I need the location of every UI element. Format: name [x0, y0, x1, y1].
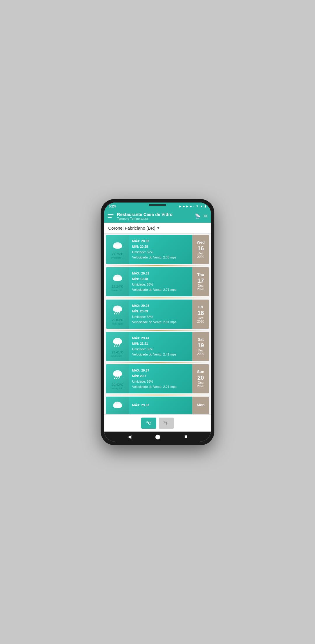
svg-line-14 — [119, 312, 120, 314]
recent-button[interactable]: ■ — [184, 434, 187, 439]
play-icon-3: ▶ — [186, 205, 188, 208]
card-middle: MÁX: 29.31 MÍN: 19.48 Umidade: 58% Veloc… — [129, 267, 192, 296]
weather-card[interactable]: 29.41°C moderate... MÁX: 29.41 MÍN: 21.2… — [106, 332, 209, 361]
dot-icon: • — [193, 205, 194, 208]
speaker-notch — [149, 204, 166, 206]
card-detail: MÁX: 28.93 MÍN: 20.28 Umidade: 62% Veloc… — [132, 238, 189, 260]
fahrenheit-button[interactable]: °F — [159, 418, 174, 429]
weather-card[interactable]: 29.03°C light rain MÁX: 29.03 MÍN: 20.09… — [106, 300, 209, 329]
weather-icon — [111, 272, 124, 284]
svg-point-32 — [113, 404, 121, 408]
card-year: 2020 — [197, 384, 204, 388]
weather-card[interactable]: 29.42°C heavy int... MÁX: 29.87 MÍN: 20.… — [106, 364, 209, 393]
svg-line-26 — [115, 376, 116, 379]
cloud-icon — [111, 399, 124, 411]
app-subtitle: Tempo e Temperatura — [117, 217, 195, 220]
weather-card[interactable]: MÁX: 29.87 Mon — [106, 397, 209, 414]
menu-line-1 — [108, 214, 113, 215]
card-temp: 28.24°C — [112, 285, 123, 288]
card-left — [106, 397, 129, 414]
svg-line-27 — [117, 376, 118, 379]
menu-line-3 — [108, 217, 112, 218]
location-text: Coronel Fabriciano (BR) — [108, 226, 155, 230]
card-day: Thu — [197, 272, 204, 277]
back-button[interactable]: ◀ — [128, 434, 131, 439]
play-icon-4: ▶ — [190, 205, 192, 208]
card-detail: MÁX: 29.87 — [132, 402, 189, 408]
svg-line-21 — [119, 344, 120, 346]
card-month: Dec — [198, 349, 204, 352]
radio-icon[interactable]: 📡 — [195, 213, 201, 219]
card-year: 2020 — [197, 352, 204, 356]
phone-screen: 6:24 ▶ ▶ ▶ ▶ • ▼ ▲ ▮ Restaurante Casa de… — [104, 203, 211, 442]
card-desc: moderate... — [111, 354, 125, 358]
card-year: 2020 — [197, 255, 204, 258]
card-desc: heavy int... — [111, 387, 124, 390]
card-date: 17 — [197, 277, 204, 284]
card-temp: 27.75°C — [112, 252, 123, 256]
home-button[interactable]: ⬤ — [155, 434, 160, 439]
card-month: Dec — [198, 251, 204, 255]
weather-icon — [111, 240, 124, 251]
phone-frame: 6:24 ▶ ▶ ▶ ▶ • ▼ ▲ ▮ Restaurante Casa de… — [101, 199, 214, 445]
svg-point-3 — [113, 245, 121, 249]
card-middle: MÁX: 29.87 — [129, 397, 192, 414]
card-detail: MÁX: 29.31 MÍN: 19.48 Umidade: 58% Veloc… — [132, 271, 189, 293]
status-bar: 6:24 ▶ ▶ ▶ ▶ • ▼ ▲ ▮ — [104, 203, 211, 210]
card-day: Sun — [197, 369, 204, 374]
weather-icon — [111, 303, 124, 317]
card-day: Fri — [198, 305, 203, 310]
svg-line-19 — [115, 344, 116, 346]
svg-line-20 — [117, 344, 118, 346]
card-separator — [106, 265, 209, 266]
battery-icon: ▮ — [204, 205, 206, 208]
card-right: Mon — [192, 397, 209, 414]
card-date: 19 — [197, 342, 204, 349]
card-middle: MÁX: 29.87 MÍN: 20.7 Umidade: 58% Veloci… — [129, 364, 192, 393]
weather-card[interactable]: 28.24°C broken cl... MÁX: 29.31 MÍN: 19.… — [106, 267, 209, 296]
svg-line-12 — [115, 312, 116, 314]
card-temp: 29.41°C — [112, 351, 123, 354]
location-bar[interactable]: Coronel Fabriciano (BR) ▾ — [104, 223, 211, 234]
card-middle: MÁX: 29.41 MÍN: 21.21 Umidade: 59% Veloc… — [129, 332, 192, 361]
card-left: 27.75°C overcast ... — [106, 235, 129, 264]
card-separator — [106, 362, 209, 363]
play-icon-2: ▶ — [183, 205, 185, 208]
card-right: Thu 17 Dec 2020 — [192, 267, 209, 296]
card-right: Fri 18 Dec 2020 — [192, 300, 209, 329]
status-icons: ▶ ▶ ▶ ▶ • ▼ ▲ ▮ — [179, 205, 206, 208]
status-time: 6:24 — [109, 204, 116, 208]
card-detail: MÁX: 29.41 MÍN: 21.21 Umidade: 59% Veloc… — [132, 335, 189, 357]
menu-line-2 — [108, 216, 113, 216]
celsius-button[interactable]: °C — [141, 418, 156, 429]
card-separator — [106, 298, 209, 298]
dropdown-arrow-icon: ▾ — [157, 226, 159, 230]
svg-line-13 — [117, 312, 118, 314]
app-title: Restaurante Casa de Vidro — [117, 212, 195, 217]
card-year: 2020 — [197, 287, 204, 291]
card-temp: 29.42°C — [112, 383, 123, 386]
wifi-icon: ▼ — [196, 205, 199, 208]
card-day: Mon — [197, 403, 205, 408]
card-day: Sat — [198, 337, 204, 342]
weather-list: 27.75°C overcast ... MÁX: 28.93 MÍN: 20.… — [104, 234, 211, 414]
app-bar: Restaurante Casa de Vidro Tempo e Temper… — [104, 210, 211, 223]
card-separator — [106, 395, 209, 395]
bottom-bar: °C °F — [104, 414, 211, 432]
card-desc: light rain — [112, 322, 123, 325]
card-detail: MÁX: 29.87 MÍN: 20.7 Umidade: 58% Veloci… — [132, 368, 189, 390]
weather-icon — [111, 335, 124, 349]
card-middle: MÁX: 28.93 MÍN: 20.28 Umidade: 62% Veloc… — [129, 235, 192, 264]
card-desc: broken cl... — [111, 288, 124, 292]
menu-icon[interactable] — [108, 214, 113, 218]
card-day: Wed — [197, 240, 204, 245]
card-right: Sat 19 Dec 2020 — [192, 332, 209, 361]
card-right: Sun 20 Dec 2020 — [192, 364, 209, 393]
mail-icon[interactable]: ✉ — [204, 213, 207, 219]
card-middle: MÁX: 29.03 MÍN: 20.09 Umidade: 56% Veloc… — [129, 300, 192, 329]
weather-card[interactable]: 27.75°C overcast ... MÁX: 28.93 MÍN: 20.… — [106, 235, 209, 264]
card-left: 29.41°C moderate... — [106, 332, 129, 361]
card-separator — [106, 330, 209, 331]
card-right: Wed 16 Dec 2020 — [192, 235, 209, 264]
weather-icon — [111, 368, 124, 382]
